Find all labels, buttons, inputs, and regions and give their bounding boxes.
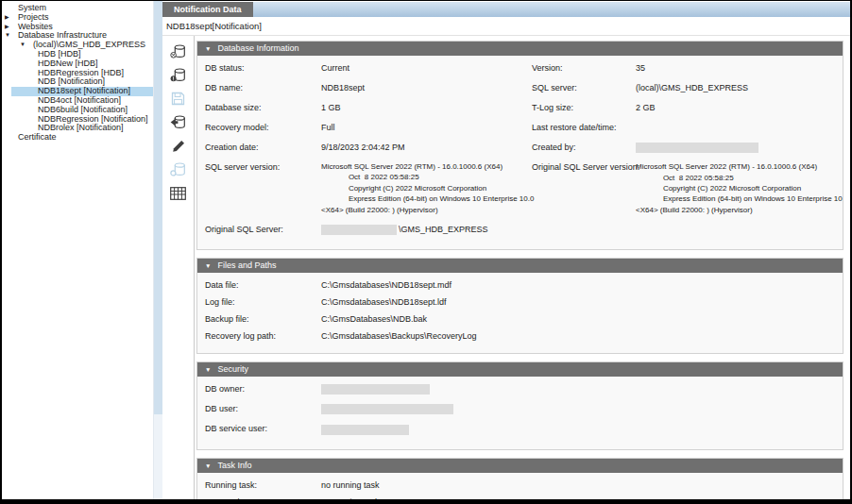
field-label: Database size: — [205, 102, 321, 113]
restore-database-button[interactable] — [169, 116, 188, 132]
field-label: Recovery log path: — [205, 330, 321, 342]
redacted-value-box — [321, 384, 430, 395]
section-header-security[interactable]: ▼ Security — [197, 362, 843, 377]
field-label: SMC task: — [205, 496, 321, 499]
section-security: ▼ Security DB owner:DB user:DB service u… — [196, 361, 843, 449]
chevron-down-icon[interactable]: ▼ — [5, 31, 18, 41]
field-value: no running task — [321, 496, 380, 499]
field-value: 35 — [636, 62, 645, 74]
redacted-value-box — [321, 404, 453, 414]
field-label: Creation date: — [205, 142, 321, 153]
field-value: C:\Gmsdatabases\NDB18sept.ldf — [321, 296, 447, 308]
chevron-down-icon[interactable]: ▼ — [20, 41, 33, 50]
delete-database-button[interactable] — [169, 45, 188, 61]
field-label: DB name: — [205, 82, 321, 93]
main-panel: Notification Data NDB18sept[Notification… — [162, 1, 850, 499]
files-and-paths-body: Data file:C:\Gmsdatabases\NDB18sept.mdfL… — [197, 273, 843, 353]
field-db-status: DB status:Current — [205, 62, 532, 74]
collapse-triangle-icon: ▼ — [205, 259, 211, 273]
section-files-and-paths: ▼ Files and Paths Data file:C:\Gmsdataba… — [196, 258, 843, 354]
table-view-button[interactable] — [169, 187, 188, 203]
field-value — [636, 142, 760, 153]
content-area: ▼ Database Information DB status:Current… — [195, 36, 850, 499]
field-recovery-model: Recovery model:Full — [205, 122, 532, 133]
field-value: \GMS_HDB_EXPRESS — [321, 224, 488, 235]
section-header-database-information[interactable]: ▼ Database Information — [197, 42, 843, 56]
redacted-value-box — [321, 225, 397, 235]
field-value: NDB18sept — [321, 82, 365, 93]
field-label: Last restore date/time: — [532, 122, 636, 133]
edit-button[interactable] — [169, 140, 188, 156]
restore-database-icon — [170, 115, 186, 134]
field-label: Log file: — [205, 296, 321, 308]
field-label: Recovery model: — [205, 122, 321, 133]
field-sql-server: SQL server:(local)\GMS_HDB_EXPRESS — [532, 82, 835, 93]
task-info-body: Running task:no running taskSMC task:no … — [197, 473, 843, 499]
field-value: Microsoft SQL Server 2022 (RTM) - 16.0.1… — [321, 161, 534, 215]
security-body: DB owner:DB user:DB service user: — [197, 377, 843, 448]
field-label: SQL server version: — [205, 161, 321, 173]
tab-strip: Notification Data — [162, 1, 850, 17]
field-database-size: Database size:1 GB — [205, 102, 532, 113]
save-icon — [171, 92, 185, 109]
field-value — [321, 383, 432, 395]
field-backup-file: Backup file:C:\GmsDatabases\NDB.bak — [205, 313, 835, 325]
field-value: no running task — [321, 479, 380, 491]
database-information-body: DB status:CurrentDB name:NDB18septDataba… — [197, 56, 843, 249]
field-value: 1 GB — [321, 102, 341, 113]
field-label: Original SQL Server: — [205, 224, 321, 235]
field-value: C:\Gmsdatabases\Backups\RecoveryLog — [321, 330, 477, 342]
scrollbar-thumb[interactable] — [154, 1, 162, 414]
field-label: DB status: — [205, 62, 321, 74]
redacted-value-box — [636, 143, 758, 153]
field-t-log-size: T-Log size:2 GB — [532, 102, 835, 113]
navigation-tree: System▶Projects▶Websites▼Database Infras… — [2, 1, 153, 499]
section-title: Security — [217, 362, 248, 377]
field-value: 9/18/2023 2:04:42 PM — [321, 142, 405, 153]
field-value: C:\Gmsdatabases\NDB18sept.mdf — [321, 279, 452, 291]
edit-icon — [172, 140, 185, 157]
section-task-info: ▼ Task Info Running task:no running task… — [196, 458, 843, 499]
toolbar — [162, 36, 195, 499]
chevron-right-icon[interactable]: ▶ — [5, 23, 18, 32]
tree-item-label: Certificate — [18, 133, 57, 143]
field-label: Data file: — [205, 279, 321, 291]
save-button[interactable] — [169, 92, 188, 109]
field-label: Created by: — [532, 142, 636, 153]
field-data-file: Data file:C:\Gmsdatabases\NDB18sept.mdf — [205, 279, 835, 291]
link-database-icon — [170, 162, 186, 181]
section-database-information: ▼ Database Information DB status:Current… — [196, 41, 843, 250]
section-header-task-info[interactable]: ▼ Task Info — [197, 459, 843, 473]
field-original-sql-server-version: Original SQL Server version:Microsoft SQ… — [532, 161, 835, 215]
collapse-triangle-icon: ▼ — [205, 42, 211, 56]
field-label: Backup file: — [205, 313, 321, 325]
field-version: Version:35 — [532, 62, 835, 74]
tree-item-certificate[interactable]: Certificate — [2, 133, 153, 143]
field-label: Version: — [532, 62, 636, 74]
tab-notification-data[interactable]: Notification Data — [162, 2, 253, 17]
field-label: DB owner: — [205, 383, 321, 395]
database-check-button[interactable] — [169, 69, 188, 85]
section-title: Task Info — [217, 459, 251, 473]
field-last-restore-date-time: Last restore date/time: — [532, 122, 835, 133]
field-created-by: Created by: — [532, 142, 835, 153]
page-title: NDB18sept[Notification] — [162, 17, 850, 36]
collapse-triangle-icon: ▼ — [205, 459, 211, 473]
section-header-files-and-paths[interactable]: ▼ Files and Paths — [197, 259, 843, 273]
field-smc-task: SMC task:no running task — [205, 496, 835, 499]
table-view-icon — [170, 187, 186, 204]
chevron-right-icon[interactable]: ▶ — [5, 13, 18, 23]
field-log-file: Log file:C:\Gmsdatabases\NDB18sept.ldf — [205, 296, 835, 308]
redacted-value-box — [321, 425, 409, 435]
field-creation-date: Creation date:9/18/2023 2:04:42 PM — [205, 142, 532, 153]
field-value — [321, 403, 455, 414]
sidebar-scrollbar[interactable] — [153, 1, 162, 499]
database-check-icon — [170, 68, 186, 87]
collapse-triangle-icon: ▼ — [205, 362, 211, 377]
field-label: Original SQL Server version: — [532, 161, 636, 173]
field-value: C:\GmsDatabases\NDB.bak — [321, 313, 427, 325]
field-value: (local)\GMS_HDB_EXPRESS — [636, 82, 748, 93]
panel-body: ▼ Database Information DB status:Current… — [162, 36, 850, 499]
link-database-button[interactable] — [169, 163, 188, 179]
delete-database-icon — [170, 44, 186, 63]
